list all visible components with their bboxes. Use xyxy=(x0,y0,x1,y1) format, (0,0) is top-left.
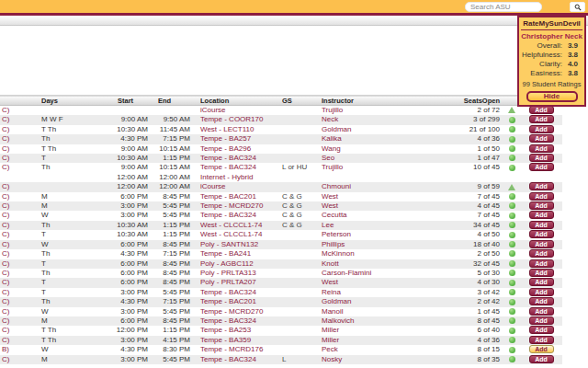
location-link[interactable]: Tempe - BA296 xyxy=(200,144,251,153)
instructor-link[interactable]: Goldman xyxy=(322,125,351,133)
location-link[interactable]: Tempe - COOR170 xyxy=(200,115,263,123)
location-link[interactable]: Poly - PRLTA313 xyxy=(200,269,256,277)
course-link[interactable]: C) xyxy=(2,182,9,190)
instructor-link[interactable]: Wang xyxy=(322,144,341,153)
search-input[interactable] xyxy=(465,2,542,12)
location-link[interactable]: Tempe - BAC324 xyxy=(200,316,256,325)
add-button[interactable]: Add xyxy=(529,240,554,248)
instructor-link[interactable]: West xyxy=(322,201,338,210)
course-link[interactable]: C) xyxy=(2,307,9,316)
course-link[interactable]: C) xyxy=(2,326,9,334)
location-link[interactable]: West - CLCCL1-74 xyxy=(200,221,262,229)
add-button[interactable]: Add xyxy=(529,125,554,133)
location-link[interactable]: Poly - SANTN132 xyxy=(200,240,258,248)
location-link[interactable]: West - LECT110 xyxy=(200,125,254,133)
location-link[interactable]: Tempe - MCRD270 xyxy=(200,201,263,210)
add-button[interactable]: Add xyxy=(529,288,554,296)
location-link[interactable]: Poly - PRLTA207 xyxy=(200,278,256,286)
course-link[interactable]: C) xyxy=(2,144,9,153)
instructor-link[interactable]: Peterson xyxy=(322,230,351,238)
add-button[interactable]: Add xyxy=(529,297,554,305)
course-link[interactable]: C) xyxy=(2,240,9,248)
instructor-link[interactable]: Trujillo xyxy=(322,106,343,114)
instructor-link[interactable]: West xyxy=(322,278,338,286)
instructor-link[interactable]: Carson-Flamini xyxy=(322,269,371,277)
add-button[interactable]: Add xyxy=(529,211,554,219)
add-button[interactable]: Add xyxy=(529,201,554,210)
location-link[interactable]: Tempe - BAC201 xyxy=(200,192,256,201)
course-link[interactable]: C) xyxy=(2,316,9,325)
add-button[interactable]: Add xyxy=(529,326,554,334)
location-link[interactable]: Tempe - BAC324 xyxy=(200,154,256,162)
course-link[interactable]: C) xyxy=(2,355,9,363)
add-button[interactable]: Add xyxy=(529,355,554,363)
add-button[interactable]: Add xyxy=(529,230,554,238)
add-button[interactable]: Add xyxy=(529,316,554,325)
instructor-link[interactable]: Miller xyxy=(322,336,339,344)
course-link[interactable]: C) xyxy=(2,211,9,219)
course-link[interactable]: C) xyxy=(2,192,9,201)
add-button[interactable]: Add xyxy=(529,134,554,143)
add-button[interactable]: Add xyxy=(529,182,554,190)
instructor-link[interactable]: Malkovich xyxy=(322,316,355,325)
instructor-link[interactable]: Chmouni xyxy=(322,182,351,190)
course-link[interactable]: C) xyxy=(2,201,9,210)
instructor-link[interactable]: Kalika xyxy=(322,134,342,143)
location-link[interactable]: Tempe - BA257 xyxy=(200,134,251,143)
location-link[interactable]: Tempe - BAC324 xyxy=(200,288,256,296)
course-link[interactable]: C) xyxy=(2,288,9,296)
add-button[interactable]: Add xyxy=(529,163,554,171)
course-link[interactable]: C) xyxy=(2,154,9,162)
course-link[interactable]: C) xyxy=(2,259,9,268)
location-link[interactable]: Tempe - BA241 xyxy=(200,249,251,258)
course-link[interactable]: C) xyxy=(2,221,9,229)
course-link[interactable]: C) xyxy=(2,163,9,171)
location-link[interactable]: Tempe - MCRD176 xyxy=(200,345,263,353)
location-link[interactable]: Tempe - BAC324 xyxy=(200,355,256,363)
instructor-link[interactable]: Peck xyxy=(322,345,338,353)
instructor-link[interactable]: McKinnon xyxy=(322,249,355,258)
location-link[interactable]: Tempe - BAC201 xyxy=(200,297,256,305)
location-link[interactable]: Tempe - BA253 xyxy=(200,326,251,334)
add-button[interactable]: Add xyxy=(529,221,554,229)
add-button[interactable]: Add xyxy=(529,278,554,286)
course-link[interactable]: C) xyxy=(2,125,9,133)
course-link[interactable]: C) xyxy=(2,230,9,238)
instructor-link[interactable]: Neck xyxy=(322,115,338,123)
instructor-link[interactable]: Cecutta xyxy=(322,211,347,219)
course-link[interactable]: C) xyxy=(2,134,9,143)
course-link[interactable]: C) xyxy=(2,269,9,277)
instructor-link[interactable]: Nosky xyxy=(322,355,342,363)
add-button[interactable]: Add xyxy=(529,154,554,162)
course-link[interactable]: C) xyxy=(2,278,9,286)
course-link[interactable]: C) xyxy=(2,249,9,258)
add-button[interactable]: Add xyxy=(529,336,554,344)
course-link[interactable]: C) xyxy=(2,106,9,114)
instructor-link[interactable]: Goldman xyxy=(322,297,351,305)
add-button-highlighted[interactable]: Add xyxy=(529,345,554,353)
location-link[interactable]: West - CLCCL1-74 xyxy=(200,230,262,238)
add-button[interactable]: Add xyxy=(529,106,554,114)
add-button[interactable]: Add xyxy=(529,144,554,153)
instructor-link[interactable]: Reina xyxy=(322,288,341,296)
instructor-link[interactable]: Manoil xyxy=(322,307,344,316)
location-link[interactable]: Poly - AGBC112 xyxy=(200,259,254,268)
course-link[interactable]: C) xyxy=(2,336,9,344)
instructor-link[interactable]: Trujillo xyxy=(322,163,343,171)
location-link[interactable]: iCourse xyxy=(200,106,226,114)
instructor-link[interactable]: Knott xyxy=(322,259,339,268)
instructor-link[interactable]: Lee xyxy=(322,221,334,229)
hide-button[interactable]: Hide xyxy=(526,91,578,102)
add-button[interactable]: Add xyxy=(529,307,554,316)
add-button[interactable]: Add xyxy=(529,269,554,277)
add-button[interactable]: Add xyxy=(529,192,554,201)
instructor-link[interactable]: Phillips xyxy=(322,240,345,248)
location-link[interactable]: Tempe - MCRD270 xyxy=(200,307,263,316)
add-button[interactable]: Add xyxy=(529,259,554,268)
instructor-link[interactable]: Miller xyxy=(322,326,339,334)
course-link[interactable]: B) xyxy=(2,345,9,353)
add-button[interactable]: Add xyxy=(529,249,554,258)
location-link[interactable]: Tempe - BA359 xyxy=(200,336,251,344)
search-button[interactable] xyxy=(570,2,585,12)
location-link[interactable]: Tempe - BAC324 xyxy=(200,211,256,219)
